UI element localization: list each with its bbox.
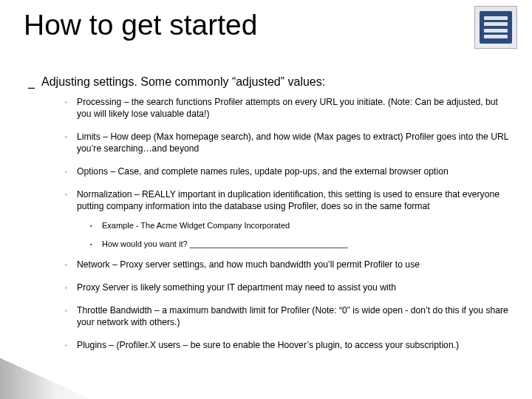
bullet-icon: ◦ [65, 166, 77, 178]
bullet-icon: ◦ [65, 282, 77, 294]
level2-text: Network – Proxy server settings, and how… [77, 259, 511, 270]
list-level3-item: ▪ Example - The Acme Widget Company Inco… [90, 220, 511, 231]
bullet-icon: ▪ [90, 239, 102, 250]
bullet-icon: ◦ [65, 188, 77, 201]
list-level2-item: ◦ Network – Proxy server settings, and h… [65, 259, 511, 271]
level2-text: Options – Case, and complete names rules… [77, 166, 511, 177]
level3-text: Example - The Acme Widget Company Incorp… [102, 220, 511, 231]
list-level2-item: ◦ Proxy Server is likely something your … [65, 282, 511, 294]
bullet-icon: ◦ [65, 339, 77, 352]
list-level2-item: ◦ Throttle Bandwidth – a maximum bandwit… [65, 304, 511, 329]
company-logo-icon [474, 6, 517, 49]
bullet-icon: ◦ [65, 96, 77, 109]
list-level2-item: ◦ Normalization – REALLY important in du… [65, 188, 511, 213]
bullet-icon: ◦ [65, 304, 77, 317]
level2-text: Limits – How deep (Max homepage search),… [77, 131, 511, 155]
list-level3-item: ▪ How would you want it? _______________… [90, 239, 511, 250]
level3-text: How would you want it? _________________… [102, 239, 511, 249]
list-level2-item: ◦ Plugins – (Profiler.X users – be sure … [65, 339, 511, 352]
level2-text: Plugins – (Profiler.X users – be sure to… [77, 339, 511, 351]
bullet-icon: ◦ [65, 259, 77, 271]
bullet-icon: ⎯ [28, 75, 41, 90]
list-level2-item: ◦ Options – Case, and complete names rul… [65, 166, 511, 178]
level1-text: Adjusting settings. Some commonly “adjus… [41, 75, 511, 89]
list-level1-item: ⎯ Adjusting settings. Some commonly “adj… [28, 75, 511, 90]
slide-title: How to get started [24, 9, 258, 41]
content-area: ⎯ Adjusting settings. Some commonly “adj… [28, 75, 511, 362]
bullet-icon: ◦ [65, 131, 77, 143]
level2-text: Normalization – REALLY important in dupl… [77, 188, 511, 213]
level2-text: Processing – the search functions Profil… [77, 96, 511, 120]
level2-text: Proxy Server is likely something your IT… [77, 282, 511, 293]
list-level2-item: ◦ Limits – How deep (Max homepage search… [65, 131, 511, 155]
list-level2-item: ◦ Processing – the search functions Prof… [65, 96, 511, 120]
level2-text: Throttle Bandwidth – a maximum bandwith … [77, 304, 511, 329]
bullet-icon: ▪ [90, 220, 102, 231]
